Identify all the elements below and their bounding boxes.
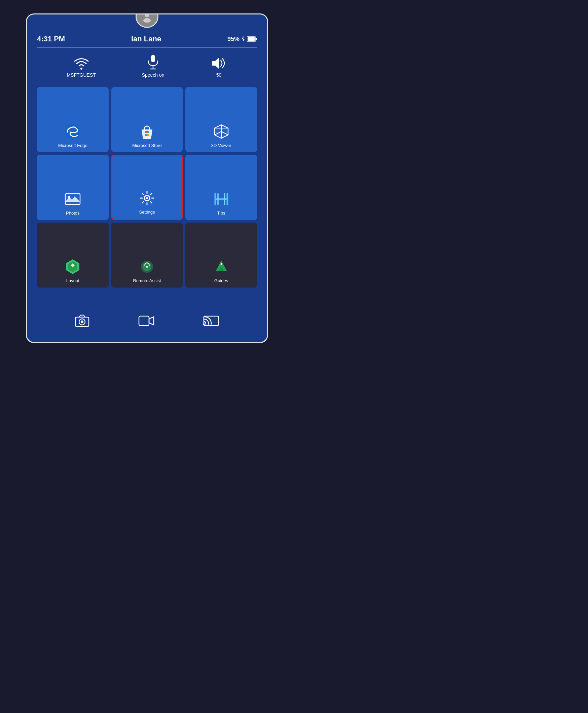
svg-rect-13 (147, 131, 149, 133)
device-frame: 4:31 PM Ian Lane 95% (26, 14, 268, 343)
video-button[interactable] (138, 315, 154, 327)
wifi-label: MSFTGUEST (67, 72, 96, 78)
app-tile-settings[interactable]: Settings (111, 155, 183, 220)
volume-status: 50 (211, 56, 227, 78)
mic-icon (146, 54, 160, 70)
svg-rect-4 (256, 38, 257, 40)
svg-point-31 (146, 266, 148, 268)
status-user: Ian Lane (131, 35, 161, 43)
guides-label: Guides (214, 278, 228, 283)
layout-label: Layout (66, 278, 79, 283)
svg-rect-15 (147, 134, 149, 136)
wifi-icon (74, 56, 89, 70)
user-icon (141, 14, 153, 23)
svg-line-20 (221, 131, 228, 135)
app-grid: Microsoft Edge Microsoft Store (37, 87, 257, 287)
app-tile-microsoft-store[interactable]: Microsoft Store (111, 87, 183, 152)
app-tile-remote-assist[interactable]: Remote Assist (111, 223, 183, 287)
svg-marker-10 (212, 58, 219, 69)
status-bar: 4:31 PM Ian Lane 95% (37, 31, 257, 45)
3d-viewer-label: 3D Viewer (211, 143, 231, 148)
remote-assist-label: Remote Assist (133, 278, 161, 283)
svg-line-19 (215, 131, 221, 135)
app-tile-3d-viewer[interactable]: 3D Viewer (185, 87, 257, 152)
app-tile-guides[interactable]: Guides (185, 223, 257, 287)
quick-status-row: MSFTGUEST Speech on 50 (37, 54, 257, 78)
svg-rect-5 (248, 37, 255, 41)
divider (37, 47, 257, 47)
tips-icon (213, 190, 230, 208)
volume-label: 50 (216, 72, 222, 78)
mic-label: Speech on (142, 72, 165, 78)
camera-icon (75, 315, 89, 327)
svg-point-0 (145, 14, 149, 17)
camera-button[interactable] (75, 315, 89, 327)
battery-icon (247, 36, 257, 42)
charging-icon (241, 36, 246, 42)
tips-label: Tips (217, 211, 225, 216)
store-icon (138, 123, 156, 140)
settings-label: Settings (139, 210, 155, 215)
edge-label: Microsoft Edge (58, 143, 87, 148)
store-label: Microsoft Store (132, 143, 162, 148)
volume-icon (211, 56, 227, 70)
svg-point-6 (80, 68, 82, 70)
svg-rect-37 (139, 316, 149, 326)
photos-label: Photos (66, 211, 79, 216)
video-icon (138, 315, 154, 327)
svg-point-36 (81, 321, 83, 323)
guides-icon (213, 258, 230, 276)
app-tile-microsoft-edge[interactable]: Microsoft Edge (37, 87, 109, 152)
svg-rect-14 (145, 134, 147, 136)
svg-rect-12 (145, 131, 147, 133)
avatar (135, 14, 159, 28)
status-time: 4:31 PM (37, 35, 65, 43)
remote-assist-icon (138, 258, 156, 276)
svg-marker-22 (65, 196, 80, 202)
mic-status: Speech on (142, 54, 165, 78)
settings-icon (138, 189, 156, 207)
bottom-bar (37, 308, 257, 335)
svg-point-23 (68, 196, 70, 198)
3d-icon (213, 123, 230, 140)
app-tile-layout[interactable]: Layout (37, 223, 109, 287)
svg-point-33 (220, 263, 222, 265)
edge-icon (64, 123, 81, 140)
status-battery: 95% (227, 36, 257, 43)
photos-icon (64, 190, 81, 208)
svg-marker-38 (149, 317, 154, 325)
wifi-status: MSFTGUEST (67, 56, 96, 78)
cast-button[interactable] (203, 315, 219, 327)
layout-icon (64, 258, 81, 276)
svg-rect-7 (151, 55, 155, 62)
svg-point-25 (146, 197, 148, 199)
cast-icon (203, 315, 219, 327)
svg-point-1 (143, 18, 151, 23)
svg-point-40 (203, 324, 205, 325)
svg-marker-2 (242, 36, 245, 42)
app-tile-photos[interactable]: Photos (37, 155, 109, 220)
app-tile-tips[interactable]: Tips (185, 155, 257, 220)
